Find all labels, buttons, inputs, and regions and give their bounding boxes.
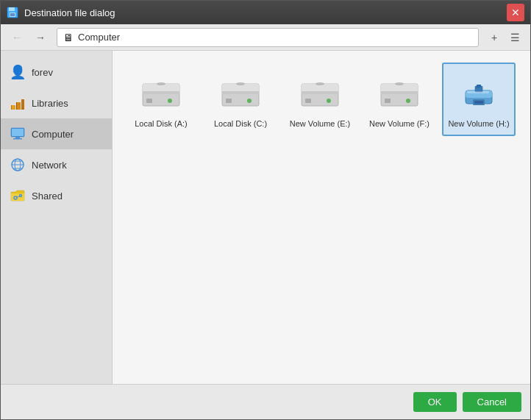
sidebar-label-network: Network [32, 160, 67, 171]
svg-point-26 [157, 82, 165, 85]
file-item-vol-f[interactable]: New Volume (F:) [363, 63, 436, 136]
vol-h-label: New Volume (H:) [448, 118, 509, 129]
dialog-icon [7, 7, 18, 18]
sidebar-label-shared: Shared [32, 191, 63, 202]
user-icon [10, 64, 26, 80]
file-item-vol-h[interactable]: New Volume (H:) [442, 63, 516, 136]
footer: OK Cancel [1, 384, 530, 419]
svg-point-44 [395, 82, 404, 85]
disk-c-label: Local Disk (C:) [214, 118, 267, 129]
svg-point-25 [168, 99, 172, 103]
svg-rect-11 [15, 137, 20, 138]
ok-button[interactable]: OK [413, 392, 457, 412]
close-button[interactable]: ✕ [507, 4, 524, 21]
vol-e-label: New Volume (E:) [290, 118, 351, 129]
toolbar-right: + ☰ [485, 28, 524, 47]
forward-button[interactable]: → [30, 28, 51, 47]
shared-icon [10, 188, 26, 204]
libraries-icon [10, 95, 26, 111]
svg-rect-24 [146, 99, 152, 103]
sidebar-label-computer: Computer [32, 129, 74, 140]
svg-rect-10 [12, 129, 24, 136]
svg-rect-3 [10, 13, 15, 16]
svg-rect-8 [16, 102, 17, 110]
file-item-disk-a[interactable]: Local Disk (A:) [124, 63, 198, 136]
svg-rect-1 [9, 7, 15, 11]
view-toggle-button[interactable]: ☰ [505, 28, 524, 47]
svg-rect-30 [226, 99, 232, 103]
back-button[interactable]: ← [7, 28, 27, 47]
file-item-disk-c[interactable]: Local Disk (C:) [204, 63, 277, 136]
network-icon [10, 157, 26, 173]
vol-f-icon [377, 70, 421, 118]
computer-icon [10, 126, 26, 142]
svg-rect-42 [385, 99, 391, 103]
svg-rect-36 [305, 99, 311, 103]
svg-rect-29 [222, 91, 259, 94]
location-text: Computer [78, 32, 120, 43]
svg-rect-48 [474, 101, 483, 104]
disk-c-icon [218, 70, 263, 118]
sidebar-label-forev: forev [32, 67, 53, 78]
location-icon: 🖥 [63, 32, 74, 43]
svg-rect-23 [143, 91, 179, 94]
svg-point-32 [236, 82, 245, 85]
svg-point-43 [406, 99, 410, 103]
file-area: Local Disk (A:) Local Disk (C:) [113, 51, 530, 384]
add-folder-button[interactable]: + [485, 28, 504, 47]
dialog-title: Destination file dialog [24, 7, 507, 18]
svg-point-31 [247, 99, 252, 103]
sidebar-item-libraries[interactable]: Libraries [1, 88, 112, 118]
svg-rect-35 [302, 91, 338, 94]
main-content: forev Libraries [1, 51, 530, 384]
sidebar-item-shared[interactable]: Shared [1, 180, 112, 211]
sidebar-label-libraries: Libraries [32, 98, 68, 109]
vol-f-label: New Volume (F:) [369, 118, 430, 129]
svg-rect-12 [13, 138, 22, 140]
cancel-button[interactable]: Cancel [463, 392, 521, 412]
destination-file-dialog: Destination file dialog ✕ ← → 🖥 Computer… [0, 0, 531, 420]
svg-rect-51 [467, 91, 489, 93]
svg-rect-50 [477, 85, 481, 88]
file-item-vol-e[interactable]: New Volume (E:) [283, 63, 357, 136]
svg-point-38 [316, 82, 324, 85]
svg-point-37 [327, 99, 331, 103]
disk-a-label: Local Disk (A:) [135, 118, 188, 129]
svg-rect-6 [21, 99, 24, 110]
sidebar-item-forev[interactable]: forev [1, 57, 112, 88]
title-bar: Destination file dialog ✕ [1, 1, 530, 24]
location-bar: 🖥 Computer [57, 28, 479, 47]
toolbar: ← → 🖥 Computer + ☰ [1, 24, 530, 51]
svg-rect-41 [381, 91, 418, 94]
sidebar-item-network[interactable]: Network [1, 149, 112, 180]
vol-e-icon [298, 70, 342, 118]
sidebar-item-computer[interactable]: Computer [1, 118, 112, 149]
vol-h-icon [457, 70, 501, 118]
sidebar: forev Libraries [1, 51, 113, 384]
svg-rect-7 [11, 105, 12, 110]
disk-a-icon [139, 70, 183, 118]
